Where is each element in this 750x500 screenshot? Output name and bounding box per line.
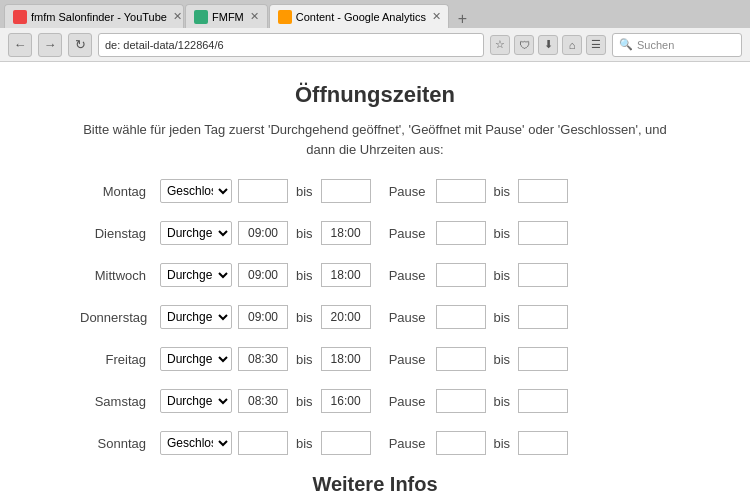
tab-youtube[interactable]: fmfm Salonfinder - YouTube ✕ [4, 4, 184, 28]
day-select-freitag[interactable]: Durchge... Geschlos... Mit Pause [160, 347, 232, 371]
time2-input-sonntag[interactable] [321, 431, 371, 455]
time2-input-montag[interactable] [321, 179, 371, 203]
time2-input-mittwoch[interactable] [321, 263, 371, 287]
day-row: Samstag Durchge... Geschlos... Mit Pause… [80, 389, 670, 413]
bis-label-0-1: bis [296, 184, 313, 199]
pause1-input-montag[interactable] [436, 179, 486, 203]
day-label-sonntag: Sonntag [80, 436, 160, 451]
pause1-input-dienstag[interactable] [436, 221, 486, 245]
pause2-input-montag[interactable] [518, 179, 568, 203]
time1-input-mittwoch[interactable] [238, 263, 288, 287]
pause2-input-freitag[interactable] [518, 347, 568, 371]
pause-label-1: Pause [389, 226, 426, 241]
pause-label-2: Pause [389, 268, 426, 283]
settings-icon[interactable]: ☰ [586, 35, 606, 55]
time1-input-montag[interactable] [238, 179, 288, 203]
bis-label-4-2: bis [494, 352, 511, 367]
forward-button[interactable]: → [38, 33, 62, 57]
day-row: Montag Durchge... Geschlos... Mit Pause … [80, 179, 670, 203]
days-container: Montag Durchge... Geschlos... Mit Pause … [80, 179, 670, 455]
bis-label-1-2: bis [494, 226, 511, 241]
time1-input-sonntag[interactable] [238, 431, 288, 455]
subtitle: Bitte wähle für jeden Tag zuerst 'Durchg… [80, 120, 670, 159]
bis-label-3-2: bis [494, 310, 511, 325]
section2-title: Weitere Infos [80, 473, 670, 496]
address-text: de: detail-data/122864/6 [105, 39, 224, 51]
address-box[interactable]: de: detail-data/122864/6 [98, 33, 484, 57]
day-select-mittwoch[interactable]: Durchge... Geschlos... Mit Pause [160, 263, 232, 287]
bis-label-5-2: bis [494, 394, 511, 409]
download-icon[interactable]: ⬇ [538, 35, 558, 55]
pause2-input-samstag[interactable] [518, 389, 568, 413]
ga-tab-close[interactable]: ✕ [432, 10, 441, 23]
pause2-input-dienstag[interactable] [518, 221, 568, 245]
pause1-input-sonntag[interactable] [436, 431, 486, 455]
search-box[interactable]: 🔍 Suchen [612, 33, 742, 57]
day-label-dienstag: Dienstag [80, 226, 160, 241]
day-row: Sonntag Durchge... Geschlos... Mit Pause… [80, 431, 670, 455]
toolbar-icons: ☆ 🛡 ⬇ ⌂ ☰ [490, 35, 606, 55]
new-tab-button[interactable]: + [450, 10, 475, 28]
time1-input-donnerstag[interactable] [238, 305, 288, 329]
search-icon: 🔍 [619, 38, 633, 51]
time2-input-dienstag[interactable] [321, 221, 371, 245]
day-row: Donnerstag Durchge... Geschlos... Mit Pa… [80, 305, 670, 329]
back-button[interactable]: ← [8, 33, 32, 57]
pause2-input-mittwoch[interactable] [518, 263, 568, 287]
youtube-tab-close[interactable]: ✕ [173, 10, 182, 23]
bis-label-5-1: bis [296, 394, 313, 409]
tab-fmfm[interactable]: FMFM ✕ [185, 4, 268, 28]
bis-label-4-1: bis [296, 352, 313, 367]
pause-label-4: Pause [389, 352, 426, 367]
fmfm-tab-label: FMFM [212, 11, 244, 23]
tab-bar: fmfm Salonfinder - YouTube ✕ FMFM ✕ Cont… [0, 0, 750, 28]
bis-label-0-2: bis [494, 184, 511, 199]
youtube-tab-icon [13, 10, 27, 24]
time1-input-dienstag[interactable] [238, 221, 288, 245]
further-section: Weitere Infos Schreibe etwas über Parkmö… [80, 473, 670, 500]
time1-input-samstag[interactable] [238, 389, 288, 413]
day-select-samstag[interactable]: Durchge... Geschlos... Mit Pause [160, 389, 232, 413]
home-icon[interactable]: ⌂ [562, 35, 582, 55]
youtube-tab-label: fmfm Salonfinder - YouTube [31, 11, 167, 23]
tab-ga[interactable]: Content - Google Analytics ✕ [269, 4, 449, 28]
pause2-input-donnerstag[interactable] [518, 305, 568, 329]
section1-title: Öffnungszeiten [80, 82, 670, 108]
bis-label-3-1: bis [296, 310, 313, 325]
day-row: Freitag Durchge... Geschlos... Mit Pause… [80, 347, 670, 371]
search-placeholder: Suchen [637, 39, 674, 51]
day-row: Mittwoch Durchge... Geschlos... Mit Paus… [80, 263, 670, 287]
time2-input-samstag[interactable] [321, 389, 371, 413]
ga-tab-label: Content - Google Analytics [296, 11, 426, 23]
day-select-sonntag[interactable]: Durchge... Geschlos... Mit Pause [160, 431, 232, 455]
pause1-input-donnerstag[interactable] [436, 305, 486, 329]
day-label-donnerstag: Donnerstag [80, 310, 160, 325]
day-select-montag[interactable]: Durchge... Geschlos... Mit Pause [160, 179, 232, 203]
fmfm-tab-icon [194, 10, 208, 24]
day-row: Dienstag Durchge... Geschlos... Mit Paus… [80, 221, 670, 245]
bis-label-2-1: bis [296, 268, 313, 283]
pause1-input-samstag[interactable] [436, 389, 486, 413]
page-content: Öffnungszeiten Bitte wähle für jeden Tag… [0, 62, 750, 500]
bis-label-6-1: bis [296, 436, 313, 451]
bis-label-2-2: bis [494, 268, 511, 283]
fmfm-tab-close[interactable]: ✕ [250, 10, 259, 23]
pause-label-0: Pause [389, 184, 426, 199]
time2-input-freitag[interactable] [321, 347, 371, 371]
star-icon[interactable]: ☆ [490, 35, 510, 55]
bis-label-6-2: bis [494, 436, 511, 451]
ga-tab-icon [278, 10, 292, 24]
browser-chrome: fmfm Salonfinder - YouTube ✕ FMFM ✕ Cont… [0, 0, 750, 62]
reload-button[interactable]: ↻ [68, 33, 92, 57]
day-select-dienstag[interactable]: Durchge... Geschlos... Mit Pause [160, 221, 232, 245]
address-bar-row: ← → ↻ de: detail-data/122864/6 ☆ 🛡 ⬇ ⌂ ☰… [0, 28, 750, 62]
shield-icon[interactable]: 🛡 [514, 35, 534, 55]
bis-label-1-1: bis [296, 226, 313, 241]
time1-input-freitag[interactable] [238, 347, 288, 371]
pause1-input-mittwoch[interactable] [436, 263, 486, 287]
pause-label-5: Pause [389, 394, 426, 409]
pause1-input-freitag[interactable] [436, 347, 486, 371]
pause2-input-sonntag[interactable] [518, 431, 568, 455]
day-select-donnerstag[interactable]: Durchge... Geschlos... Mit Pause [160, 305, 232, 329]
time2-input-donnerstag[interactable] [321, 305, 371, 329]
